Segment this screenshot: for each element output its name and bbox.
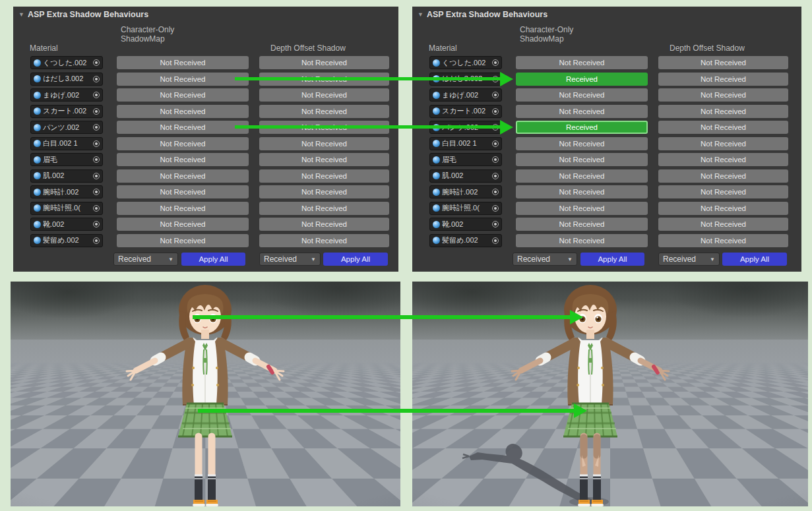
depth-state-button[interactable]: Not Received <box>658 218 788 231</box>
panel-header[interactable]: ▼ ASP Extra Shadow Behaviours <box>418 10 547 19</box>
material-object-field[interactable]: 髪留め.002 <box>30 234 103 247</box>
depth-state-button[interactable]: Not Received <box>259 202 389 215</box>
object-picker-icon[interactable] <box>492 59 499 66</box>
object-picker-icon[interactable] <box>492 189 499 195</box>
foldout-triangle-icon[interactable]: ▼ <box>418 11 423 18</box>
depth-apply-all-button[interactable]: Apply All <box>323 253 388 266</box>
material-object-field[interactable]: 白目.002 1 <box>429 137 502 150</box>
panel-header[interactable]: ▼ ASP Extra Shadow Behaviours <box>18 10 148 19</box>
depth-state-dropdown[interactable]: Received ▼ <box>259 253 321 266</box>
object-picker-icon[interactable] <box>93 108 100 115</box>
depth-apply-all-button[interactable]: Apply All <box>722 253 787 266</box>
material-object-field[interactable]: 肌.002 <box>30 169 103 183</box>
material-object-field[interactable]: スカート.002 <box>429 105 502 118</box>
depth-state-button[interactable]: Not Received <box>658 73 788 86</box>
material-object-field[interactable]: くつした.002 <box>429 56 502 69</box>
object-picker-icon[interactable] <box>93 140 100 147</box>
shadowmap-state-button[interactable]: Not Received <box>516 169 648 183</box>
depth-state-button[interactable]: Not Received <box>658 105 788 118</box>
material-object-field[interactable]: 眉毛 <box>30 153 103 166</box>
shadowmap-state-dropdown[interactable]: Received ▼ <box>513 253 577 266</box>
material-object-field[interactable]: 腕時計照.0( <box>30 202 103 215</box>
depth-state-button[interactable]: Not Received <box>658 56 788 69</box>
material-object-field[interactable]: まゆげ.002 <box>429 88 502 102</box>
object-picker-icon[interactable] <box>93 205 100 212</box>
material-object-field[interactable]: 髪留め.002 <box>429 234 502 247</box>
shadowmap-state-button[interactable]: Not Received <box>117 105 249 118</box>
shadowmap-state-button[interactable]: Not Received <box>516 218 648 231</box>
material-object-field[interactable]: 腕時計.002 <box>30 185 103 198</box>
shadowmap-state-button[interactable]: Not Received <box>117 88 249 102</box>
material-object-field[interactable]: 肌.002 <box>429 169 502 183</box>
shadowmap-state-button[interactable]: Not Received <box>117 121 249 134</box>
depth-state-button[interactable]: Not Received <box>658 88 788 102</box>
material-object-field[interactable]: パンツ.002 <box>30 121 103 134</box>
object-picker-icon[interactable] <box>93 221 100 227</box>
object-picker-icon[interactable] <box>93 76 100 82</box>
depth-state-button[interactable]: Not Received <box>259 88 389 102</box>
material-object-field[interactable]: はだし3.002 <box>30 73 103 86</box>
shadowmap-state-button[interactable]: Not Received <box>516 202 648 215</box>
depth-state-button[interactable]: Not Received <box>658 121 788 134</box>
shadowmap-state-button[interactable]: Received <box>516 73 648 86</box>
object-picker-icon[interactable] <box>492 140 499 147</box>
shadowmap-state-button[interactable]: Not Received <box>117 73 249 86</box>
material-object-field[interactable]: 靴.002 <box>30 218 103 231</box>
depth-state-button[interactable]: Not Received <box>658 169 788 183</box>
depth-state-button[interactable]: Not Received <box>259 234 389 247</box>
object-picker-icon[interactable] <box>492 221 499 227</box>
shadowmap-state-button[interactable]: Not Received <box>117 56 249 69</box>
material-object-field[interactable]: 靴.002 <box>429 218 502 231</box>
depth-state-button[interactable]: Not Received <box>259 169 389 183</box>
object-picker-icon[interactable] <box>93 124 100 131</box>
shadowmap-state-button[interactable]: Not Received <box>117 202 249 215</box>
depth-state-button[interactable]: Not Received <box>259 137 389 150</box>
shadowmap-apply-all-button[interactable]: Apply All <box>580 253 644 266</box>
shadowmap-state-button[interactable]: Not Received <box>117 153 249 166</box>
material-object-field[interactable]: 白目.002 1 <box>30 137 103 150</box>
shadowmap-state-button[interactable]: Not Received <box>516 56 648 69</box>
shadowmap-apply-all-button[interactable]: Apply All <box>181 253 245 266</box>
depth-state-button[interactable]: Not Received <box>259 185 389 198</box>
depth-state-dropdown[interactable]: Received ▼ <box>658 253 720 266</box>
depth-state-button[interactable]: Not Received <box>658 137 788 150</box>
shadowmap-state-button[interactable]: Not Received <box>516 185 648 198</box>
depth-state-button[interactable]: Not Received <box>658 153 788 166</box>
shadowmap-state-button[interactable]: Not Received <box>117 185 249 198</box>
depth-state-button[interactable]: Not Received <box>259 153 389 166</box>
object-picker-icon[interactable] <box>492 205 499 212</box>
shadowmap-state-button[interactable]: Not Received <box>516 234 648 247</box>
object-picker-icon[interactable] <box>492 92 499 98</box>
depth-state-button[interactable]: Not Received <box>259 105 389 118</box>
object-picker-icon[interactable] <box>93 156 100 163</box>
object-picker-icon[interactable] <box>93 173 100 179</box>
object-picker-icon[interactable] <box>492 237 499 244</box>
shadowmap-state-button[interactable]: Received <box>516 121 648 134</box>
object-picker-icon[interactable] <box>492 156 499 163</box>
shadowmap-state-button[interactable]: Not Received <box>117 169 249 183</box>
shadowmap-state-button[interactable]: Not Received <box>516 88 648 102</box>
object-picker-icon[interactable] <box>93 59 100 66</box>
material-object-field[interactable]: 腕時計.002 <box>429 185 502 198</box>
object-picker-icon[interactable] <box>492 108 499 115</box>
shadowmap-state-button[interactable]: Not Received <box>117 137 249 150</box>
shadowmap-state-button[interactable]: Not Received <box>516 137 648 150</box>
material-object-field[interactable]: スカート.002 <box>30 105 103 118</box>
material-object-field[interactable]: くつした.002 <box>30 56 103 69</box>
shadowmap-state-button[interactable]: Not Received <box>516 105 648 118</box>
shadowmap-state-button[interactable]: Not Received <box>117 234 249 247</box>
object-picker-icon[interactable] <box>93 237 100 244</box>
material-object-field[interactable]: 眉毛 <box>429 153 502 166</box>
foldout-triangle-icon[interactable]: ▼ <box>18 11 24 18</box>
object-picker-icon[interactable] <box>93 189 100 195</box>
depth-state-button[interactable]: Not Received <box>259 218 389 231</box>
depth-state-button[interactable]: Not Received <box>658 185 788 198</box>
object-picker-icon[interactable] <box>492 173 499 179</box>
depth-state-button[interactable]: Not Received <box>658 234 788 247</box>
material-object-field[interactable]: まゆげ.002 <box>30 88 103 102</box>
material-object-field[interactable]: 腕時計照.0( <box>429 202 502 215</box>
object-picker-icon[interactable] <box>93 92 100 98</box>
depth-state-button[interactable]: Not Received <box>658 202 788 215</box>
depth-state-button[interactable]: Not Received <box>259 56 389 69</box>
shadowmap-state-button[interactable]: Not Received <box>516 153 648 166</box>
